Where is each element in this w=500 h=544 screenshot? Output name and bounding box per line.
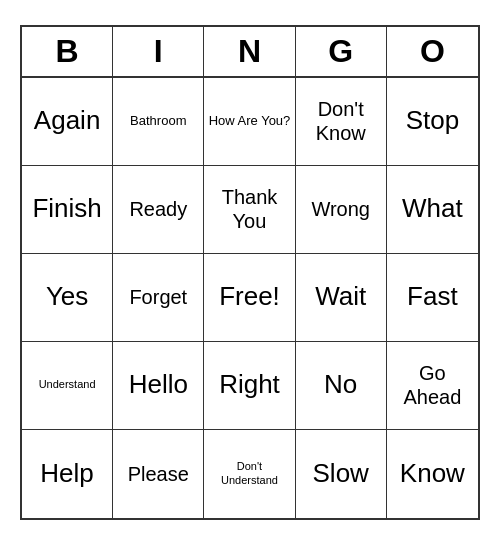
cell-text: Finish: [32, 193, 101, 224]
cell-text: Thank You: [208, 185, 290, 233]
bingo-cell: Understand: [22, 342, 113, 430]
bingo-cell: Finish: [22, 166, 113, 254]
cell-text: Wrong: [311, 197, 370, 221]
cell-text: Stop: [406, 105, 460, 136]
cell-text: No: [324, 369, 357, 400]
header-letter: O: [387, 27, 478, 76]
cell-text: Go Ahead: [391, 361, 474, 409]
bingo-cell: Don't Know: [296, 78, 387, 166]
bingo-cell: Forget: [113, 254, 204, 342]
cell-text: Yes: [46, 281, 88, 312]
bingo-cell: Don't Understand: [204, 430, 295, 518]
cell-text: Understand: [39, 378, 96, 391]
cell-text: How Are You?: [209, 113, 291, 129]
bingo-cell: Slow: [296, 430, 387, 518]
bingo-cell: Fast: [387, 254, 478, 342]
bingo-cell: How Are You?: [204, 78, 295, 166]
cell-text: Wait: [315, 281, 366, 312]
bingo-cell: Wait: [296, 254, 387, 342]
bingo-cell: Ready: [113, 166, 204, 254]
header-letter: G: [296, 27, 387, 76]
bingo-cell: What: [387, 166, 478, 254]
cell-text: Hello: [129, 369, 188, 400]
bingo-cell: Hello: [113, 342, 204, 430]
bingo-cell: Right: [204, 342, 295, 430]
header-letter: N: [204, 27, 295, 76]
bingo-cell: Again: [22, 78, 113, 166]
cell-text: Right: [219, 369, 280, 400]
header-letter: I: [113, 27, 204, 76]
cell-text: Slow: [313, 458, 369, 489]
bingo-card: BINGO AgainBathroomHow Are You?Don't Kno…: [20, 25, 480, 520]
cell-text: Don't Understand: [208, 460, 290, 486]
cell-text: Bathroom: [130, 113, 186, 129]
cell-text: Don't Know: [300, 97, 382, 145]
bingo-cell: Yes: [22, 254, 113, 342]
bingo-cell: Bathroom: [113, 78, 204, 166]
bingo-cell: Thank You: [204, 166, 295, 254]
cell-text: Help: [40, 458, 93, 489]
cell-text: Please: [128, 462, 189, 486]
cell-text: Free!: [219, 281, 280, 312]
bingo-cell: Free!: [204, 254, 295, 342]
bingo-cell: No: [296, 342, 387, 430]
header-letter: B: [22, 27, 113, 76]
cell-text: Know: [400, 458, 465, 489]
bingo-header: BINGO: [22, 27, 478, 78]
cell-text: What: [402, 193, 463, 224]
bingo-cell: Go Ahead: [387, 342, 478, 430]
bingo-cell: Wrong: [296, 166, 387, 254]
bingo-grid: AgainBathroomHow Are You?Don't KnowStopF…: [22, 78, 478, 518]
cell-text: Forget: [129, 285, 187, 309]
bingo-cell: Know: [387, 430, 478, 518]
bingo-cell: Help: [22, 430, 113, 518]
cell-text: Fast: [407, 281, 458, 312]
bingo-cell: Please: [113, 430, 204, 518]
cell-text: Again: [34, 105, 101, 136]
cell-text: Ready: [129, 197, 187, 221]
bingo-cell: Stop: [387, 78, 478, 166]
